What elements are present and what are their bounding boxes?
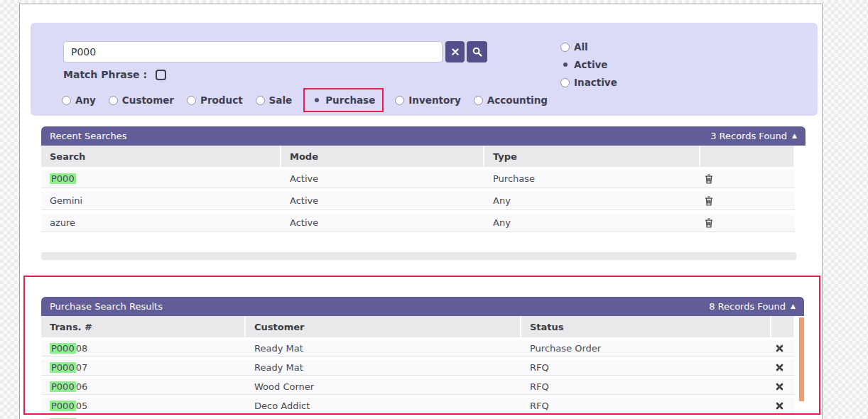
- status-options: All Active Inactive: [560, 41, 617, 88]
- results-records-toggle[interactable]: 8 Records Found ▲: [709, 301, 796, 312]
- results-table-header: Trans. # Customer Status: [41, 316, 795, 337]
- close-icon: [776, 383, 783, 391]
- radio-customer[interactable]: Customer: [109, 94, 174, 106]
- search-button[interactable]: [467, 41, 487, 62]
- radio-selected-icon: [312, 96, 321, 105]
- collapse-arrow-icon: ▲: [792, 132, 797, 139]
- recent-table-header: Search Mode Type: [41, 146, 795, 167]
- radio-circle-icon: [187, 96, 196, 105]
- table-row[interactable]: azure Active Any: [41, 214, 795, 232]
- search-input[interactable]: [63, 41, 443, 62]
- remove-result-button[interactable]: [771, 402, 795, 410]
- trash-icon: [705, 174, 713, 184]
- highlighted-search-term: P000: [50, 362, 76, 373]
- close-icon: [776, 344, 783, 352]
- highlighted-search-term: P000: [50, 343, 76, 354]
- vertical-scrollbar-thumb[interactable]: [799, 317, 804, 401]
- close-icon: [776, 402, 783, 410]
- match-phrase-row: Match Phrase :: [63, 67, 166, 82]
- radio-circle-icon: [109, 96, 118, 105]
- close-icon: [776, 364, 783, 371]
- collapse-arrow-icon: ▲: [791, 303, 796, 310]
- radio-circle-icon: [474, 96, 483, 105]
- remove-result-button[interactable]: [771, 383, 795, 391]
- radio-inventory[interactable]: Inventory: [395, 94, 460, 106]
- remove-result-button[interactable]: [771, 364, 795, 371]
- highlighted-search-term: P000: [50, 381, 76, 392]
- radio-purchase[interactable]: Purchase: [303, 88, 384, 112]
- purchase-results-panel: Purchase Search Results 8 Records Found …: [41, 297, 804, 419]
- match-phrase-checkbox[interactable]: [156, 70, 166, 80]
- close-icon: [452, 48, 459, 55]
- panel-title: Recent Searches: [50, 131, 127, 141]
- table-row[interactable]: P00007 Ready Mat RFQ: [41, 359, 795, 376]
- table-row[interactable]: P00008 Ready Mat Purchase Order: [41, 340, 795, 357]
- horizontal-scrollbar[interactable]: [41, 252, 796, 260]
- radio-all[interactable]: All: [560, 41, 617, 53]
- table-row[interactable]: P000 Active Purchase: [41, 170, 795, 188]
- radio-accounting[interactable]: Accounting: [474, 94, 548, 106]
- radio-circle-icon: [560, 78, 570, 87]
- table-row[interactable]: Gemini Active Any: [41, 192, 795, 210]
- delete-recent-search-button[interactable]: [700, 218, 795, 228]
- recent-searches-panel: Recent Searches 3 Records Found ▲ Search…: [41, 126, 805, 236]
- table-row[interactable]: P00006 Wood Corner RFQ: [41, 379, 795, 395]
- radio-any[interactable]: Any: [62, 94, 96, 106]
- radio-product[interactable]: Product: [187, 94, 243, 106]
- page: Match Phrase : Any Customer Product: [0, 0, 868, 419]
- radio-circle-icon: [62, 96, 71, 105]
- radio-circle-icon: [395, 96, 404, 105]
- trash-icon: [705, 218, 713, 228]
- delete-recent-search-button[interactable]: [700, 174, 795, 184]
- search-type-options: Any Customer Product Sale Purchase: [62, 88, 548, 112]
- highlighted-search-term: P000: [50, 173, 76, 184]
- panel-title: Purchase Search Results: [50, 301, 163, 312]
- radio-sale[interactable]: Sale: [256, 94, 293, 106]
- search-icon: [472, 47, 482, 57]
- radio-active[interactable]: Active: [560, 59, 617, 70]
- recent-records-toggle[interactable]: 3 Records Found ▲: [710, 131, 797, 141]
- purchase-results-header: Purchase Search Results 8 Records Found …: [41, 297, 804, 316]
- trash-icon: [705, 196, 713, 206]
- remove-result-button[interactable]: [771, 344, 795, 352]
- delete-recent-search-button[interactable]: [700, 196, 795, 206]
- highlighted-search-term: P000: [50, 401, 76, 411]
- search-panel: Match Phrase : Any Customer Product: [31, 23, 818, 116]
- radio-inactive[interactable]: Inactive: [560, 77, 617, 88]
- recent-searches-header: Recent Searches 3 Records Found ▲: [41, 126, 805, 146]
- main-card: Match Phrase : Any Customer Product: [19, 4, 823, 419]
- radio-selected-icon: [560, 60, 570, 70]
- radio-circle-icon: [560, 43, 570, 52]
- match-phrase-label: Match Phrase :: [63, 69, 147, 80]
- clear-search-button[interactable]: [445, 41, 465, 62]
- radio-circle-icon: [256, 96, 265, 105]
- table-row[interactable]: P00005 Deco Addict RFQ: [41, 398, 795, 414]
